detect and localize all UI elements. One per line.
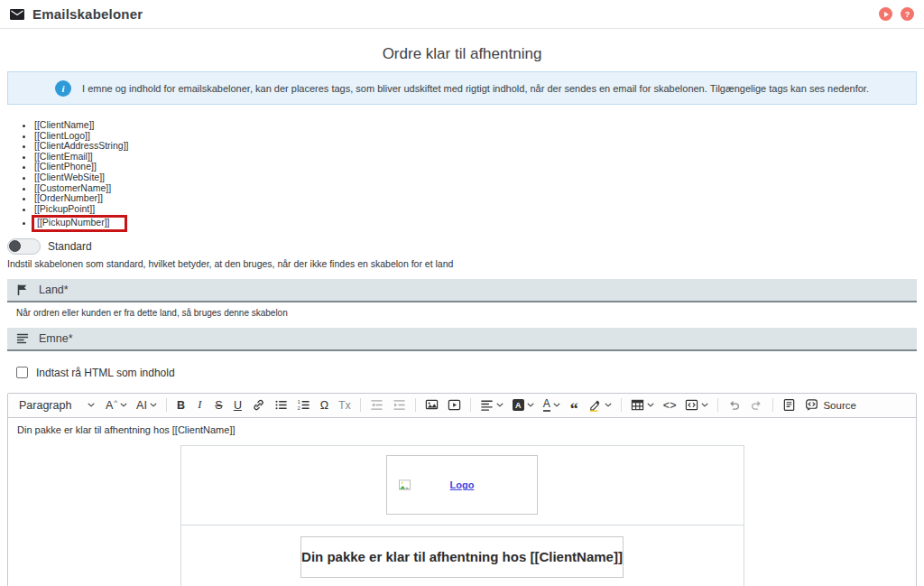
section-land-label: Land* [39,284,69,296]
tag-list-item: [[OrderNumber]] [34,193,917,204]
bold-button[interactable]: B [174,397,188,414]
insert-media-button[interactable] [446,396,463,414]
logo-link[interactable]: Logo [450,479,475,490]
standard-toggle-label: Standard [48,240,92,253]
special-characters-button[interactable]: Ω [318,397,331,414]
tag-text: [[PickupNumber]] [32,215,127,232]
remove-format-button[interactable]: Tx [337,397,353,414]
main-content: Ordre klar til afhentning i I emne og in… [0,45,924,586]
video-help-button[interactable] [879,7,892,21]
source-button[interactable]: Source [803,396,857,414]
chevron-down-icon [527,403,534,407]
info-banner: i I emne og indhold for emailskabeloner,… [7,71,917,105]
font-family-dropdown[interactable]: AI [134,397,159,414]
tag-list-item: [[ClientAddressString]] [34,141,917,152]
editor-content[interactable]: Din pakke er klar til afhentning hos [[C… [8,418,916,586]
preview-heading-box[interactable]: Din pakke er klar til afhentning hos [[C… [300,536,624,578]
link-icon [252,398,265,412]
rich-text-editor: Paragraph A^ AI B I S U 12 [7,393,917,586]
tag-list-item: [[ClientPhone]] [34,162,917,172]
insert-image-button[interactable] [423,396,440,414]
subject-icon [16,332,29,345]
align-left-icon [480,398,494,412]
toggle-knob [9,240,21,252]
raw-html-checkbox[interactable] [16,367,28,378]
page-header-title: Emailskabeloner [32,6,143,22]
highlight-dropdown[interactable] [587,396,614,414]
template-icon [782,398,796,412]
toolbar-separator [360,398,361,412]
table-dropdown[interactable] [629,396,656,414]
toolbar-separator [772,398,773,412]
chevron-down-icon [496,403,504,407]
logo-placeholder-box[interactable]: Logo [386,455,538,515]
svg-text:1: 1 [298,399,300,405]
preview-heading-row: Din pakke er klar til afhentning hos [[C… [181,526,744,586]
font-size-dropdown[interactable]: A^ [104,396,129,414]
tag-list-item: [[PickupNumber]] [34,214,917,232]
tag-list-item: [[ClientWebSite]] [34,172,917,183]
indent-icon [393,398,406,412]
section-land-header[interactable]: Land* [7,279,917,302]
source-icon [805,398,818,412]
indent-button[interactable] [391,396,408,414]
chevron-down-icon [150,403,157,407]
outdent-icon [370,398,383,412]
tag-list-item: [[ClientLogo]] [34,131,917,142]
app-header: Emailskabeloner ? [0,0,924,29]
email-preview-table[interactable]: Logo Din pakke er klar til afhentning ho… [180,445,744,586]
media-icon [448,398,461,412]
broken-image-icon [399,479,411,491]
font-color-dropdown[interactable]: A [541,397,562,414]
section-land-description: Når ordren eller kunden er fra dette lan… [16,308,917,318]
toolbar-separator [717,398,718,412]
redo-icon [750,398,763,412]
bulleted-list-button[interactable] [273,396,290,414]
tag-text: [[ClientWebSite]] [34,172,105,182]
font-background-dropdown[interactable]: A [511,397,536,413]
tag-text: [[ClientAddressString]] [34,140,128,151]
italic-button[interactable]: I [193,396,207,414]
help-button[interactable]: ? [901,7,914,21]
numbered-list-button[interactable]: 12 [295,396,312,414]
font-background-icon: A [513,399,524,411]
chevron-down-icon [120,403,127,407]
tag-text: [[PickupPoint]] [34,203,95,214]
toolbar-separator [621,398,622,412]
redo-button[interactable] [748,396,765,414]
info-banner-text: I emne og indhold for emailskabeloner, k… [82,83,869,94]
editor-toolbar: Paragraph A^ AI B I S U 12 [8,394,916,418]
chevron-down-icon [647,403,654,407]
tag-list-item: [[ClientEmail]] [34,152,917,163]
toolbar-separator [470,398,471,412]
standard-toggle-description: Indstil skabelonen som standard, hvilket… [7,258,917,269]
section-emne-label: Emne* [39,332,73,345]
block-quote-button[interactable]: “ [568,399,581,412]
toolbar-separator [166,398,167,412]
code-button[interactable]: <> [661,397,679,414]
paragraph-dropdown[interactable]: Paragraph [15,399,98,412]
image-icon [425,398,439,412]
standard-toggle[interactable] [7,238,41,255]
outdent-button[interactable] [368,396,385,414]
tag-text: [[ClientEmail]] [34,151,93,162]
highlight-pen-icon [588,398,602,412]
bulleted-list-icon [274,398,288,412]
undo-icon [727,398,741,412]
quote-icon: “ [570,405,578,414]
standard-toggle-row: Standard [7,238,917,255]
undo-button[interactable] [725,396,743,414]
strikethrough-button[interactable]: S [212,397,226,414]
html-embed-icon [685,398,698,412]
alignment-dropdown[interactable] [478,396,505,414]
header-actions: ? [879,7,914,21]
toolbar-separator [415,398,416,412]
template-button[interactable] [781,396,798,414]
editor-text-line[interactable]: Din pakke er klar til afhentning hos [[C… [17,424,907,435]
section-emne-header[interactable]: Emne* [7,328,917,351]
html-embed-dropdown[interactable] [683,396,710,414]
flag-icon [16,284,29,296]
underline-button[interactable]: U [231,397,245,414]
link-button[interactable] [250,396,267,414]
tag-list-item: [[PickupPoint]] [34,204,917,215]
